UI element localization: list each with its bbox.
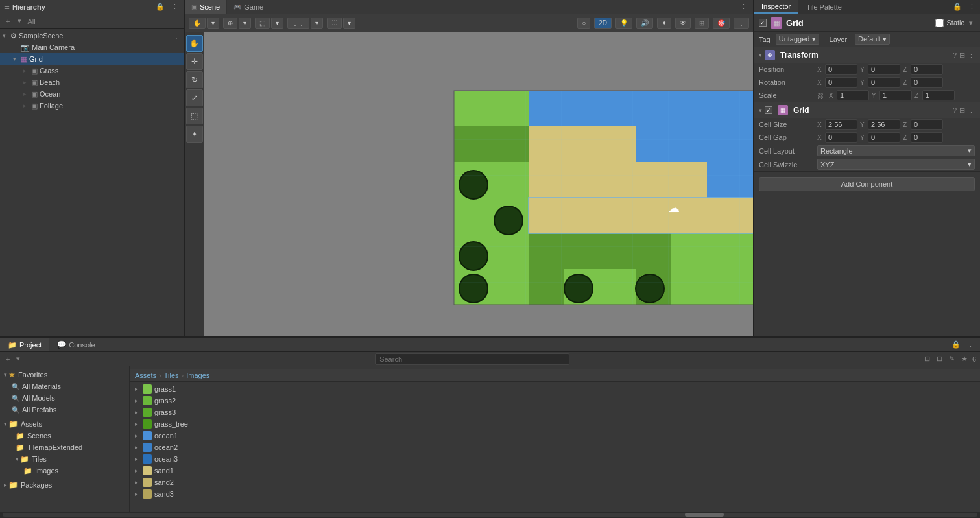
project-brush-btn[interactable]: ✎: [947, 354, 957, 364]
tool-custom-btn[interactable]: ✦: [186, 126, 203, 143]
scale-y-input[interactable]: [879, 90, 912, 100]
grid-help-btn[interactable]: ?: [953, 106, 957, 115]
scene-tool-dropdown[interactable]: ▾: [207, 18, 219, 29]
tiles-folder-item[interactable]: ▾ 📁 Tiles: [0, 453, 129, 465]
project-search-input[interactable]: [375, 353, 569, 365]
tool-scale-btn[interactable]: ⤢: [186, 89, 203, 106]
hierarchy-item-grid[interactable]: ▾ ▦ Grid: [0, 53, 184, 65]
scene-tool-pivot-dropdown[interactable]: ▾: [239, 18, 251, 29]
hierarchy-dropdown-btn[interactable]: ▾: [16, 16, 23, 26]
inspector-lock-btn[interactable]: 🔒: [951, 2, 964, 12]
samplescene-more-btn[interactable]: ⋮: [171, 32, 182, 40]
scene-more2-btn[interactable]: ⋮: [734, 18, 749, 29]
scene-2d-btn[interactable]: 2D: [594, 18, 612, 29]
scene-tool-hand[interactable]: ✋: [189, 18, 206, 29]
favorites-section[interactable]: ▾ ★ Favorites: [0, 369, 129, 381]
packages-section[interactable]: ▸ 📁 Packages: [0, 479, 129, 491]
hierarchy-item-beach[interactable]: ▸ ▣ Beach: [0, 77, 184, 88]
layer-dropdown[interactable]: Default ▾: [855, 34, 890, 45]
scene-tool-dots[interactable]: ⁚⁚⁚: [327, 18, 342, 29]
cell-size-z-input[interactable]: 0: [911, 119, 943, 130]
scene-tool-dots-dropdown[interactable]: ▾: [343, 18, 355, 29]
asset-sand2[interactable]: ▸ sand2: [130, 477, 980, 488]
tool-rotate-btn[interactable]: ↻: [186, 71, 203, 88]
hierarchy-item-ocean[interactable]: ▸ ▣ Ocean: [0, 88, 184, 100]
hierarchy-item-grass[interactable]: ▸ ▣ Grass: [0, 65, 184, 77]
cell-gap-x-input[interactable]: [825, 132, 857, 143]
breadcrumb-tiles[interactable]: Tiles: [164, 371, 179, 379]
project-lock-btn[interactable]: 🔒: [950, 340, 962, 349]
scene-tool-rect[interactable]: ⬚: [255, 18, 270, 29]
grid-more-btn[interactable]: ⋮: [968, 106, 975, 115]
scene-tool-grid-dropdown[interactable]: ▾: [311, 18, 323, 29]
scene-audio-btn[interactable]: 🔊: [636, 18, 653, 29]
scene-tool-rect-dropdown[interactable]: ▾: [271, 18, 283, 29]
transform-component-header[interactable]: ▾ ⊕ Transform ? ⊟ ⋮: [754, 47, 980, 63]
hierarchy-item-maincamera[interactable]: ▸ 📷 Main Camera: [0, 41, 184, 53]
scene-gizmos-btn[interactable]: 🎯: [713, 18, 730, 29]
grid-component-enabled[interactable]: [765, 106, 772, 114]
tool-move-btn[interactable]: ✛: [186, 53, 203, 70]
asset-sand3[interactable]: ▸ sand3: [130, 488, 980, 500]
asset-grass-tree[interactable]: ▸ grass_tree: [130, 418, 980, 430]
pos-y-input[interactable]: 0: [868, 64, 900, 75]
cell-gap-z-input[interactable]: [911, 132, 943, 143]
hierarchy-item-samplescene[interactable]: ▾ ⚙ SampleScene ⋮: [0, 30, 184, 41]
asset-ocean1[interactable]: ▸ ocean1: [130, 430, 980, 441]
asset-ocean3[interactable]: ▸ ocean3: [130, 453, 980, 465]
scene-tab[interactable]: ▣ Scene: [185, 0, 227, 14]
tool-hand-btn[interactable]: ✋: [186, 35, 203, 52]
cell-size-x-input[interactable]: 2.56: [825, 119, 857, 130]
bottom-scrollbar[interactable]: [0, 512, 980, 518]
scene-lighting-btn[interactable]: 💡: [615, 18, 632, 29]
add-component-btn[interactable]: Add Component: [759, 177, 975, 191]
scale-x-input[interactable]: [837, 90, 869, 100]
all-models-item[interactable]: 🔍 All Models: [0, 392, 129, 404]
cell-layout-dropdown[interactable]: Rectangle ▾: [817, 145, 975, 156]
rot-x-input[interactable]: [825, 77, 857, 88]
breadcrumb-images[interactable]: Images: [186, 371, 209, 379]
tilemap-extended-item[interactable]: 📁 TilemapExtended: [0, 441, 129, 453]
all-materials-item[interactable]: 🔍 All Materials: [0, 381, 129, 392]
scene-grid-btn[interactable]: ⊞: [695, 18, 709, 29]
tool-rect-btn[interactable]: ⬚: [186, 108, 203, 124]
project-tab-btn[interactable]: 📁 Project: [0, 338, 49, 351]
game-tab[interactable]: 🎮 Game: [227, 0, 270, 14]
hierarchy-item-foliage[interactable]: ▸ ▣ Foliage: [0, 100, 184, 112]
static-dropdown-btn[interactable]: ▾: [967, 18, 975, 28]
project-view-btn[interactable]: ⊞: [922, 354, 932, 364]
scale-z-input[interactable]: [922, 90, 955, 100]
scene-gizmo-btn[interactable]: ○: [577, 18, 590, 29]
project-filter-btn[interactable]: ⊟: [935, 354, 944, 364]
cell-swizzle-dropdown[interactable]: XYZ ▾: [817, 159, 975, 170]
grid-preset-btn[interactable]: ⊟: [959, 106, 965, 115]
object-active-checkbox[interactable]: [759, 19, 767, 27]
tag-dropdown[interactable]: Untagged ▾: [776, 34, 819, 45]
project-more-btn[interactable]: ⋮: [965, 340, 976, 349]
transform-more-btn[interactable]: ⋮: [968, 51, 975, 60]
scene-more-btn[interactable]: ⋮: [738, 2, 749, 12]
hierarchy-add-btn[interactable]: +: [4, 17, 12, 26]
asset-grass3[interactable]: ▸ grass3: [130, 406, 980, 418]
cell-gap-y-input[interactable]: [868, 132, 900, 143]
inspector-more-btn[interactable]: ⋮: [966, 2, 977, 12]
static-checkbox[interactable]: [935, 19, 944, 27]
console-tab-btn[interactable]: 💬 Console: [49, 338, 102, 351]
rot-z-input[interactable]: [911, 77, 943, 88]
hierarchy-more-btn[interactable]: ⋮: [169, 2, 180, 12]
scenes-folder-item[interactable]: 📁 Scenes: [0, 430, 129, 441]
asset-ocean2[interactable]: ▸ ocean2: [130, 441, 980, 453]
assets-section[interactable]: ▾ 📁 Assets: [0, 418, 129, 430]
breadcrumb-assets[interactable]: Assets: [135, 371, 156, 379]
cell-size-y-input[interactable]: 2.56: [868, 119, 900, 130]
asset-grass2[interactable]: ▸ grass2: [130, 395, 980, 406]
images-folder-item[interactable]: 📁 Images: [0, 465, 129, 477]
transform-preset-btn[interactable]: ⊟: [959, 51, 965, 60]
asset-sand1[interactable]: ▸ sand1: [130, 465, 980, 477]
asset-grass1[interactable]: ▸ grass1: [130, 383, 980, 395]
scene-hidden-btn[interactable]: 👁: [675, 18, 691, 29]
pos-z-input[interactable]: 0: [911, 64, 943, 75]
project-add-btn[interactable]: +: [4, 355, 12, 364]
project-star-btn[interactable]: ★: [959, 354, 970, 364]
scene-tool-grid[interactable]: ⋮⋮: [287, 18, 309, 29]
